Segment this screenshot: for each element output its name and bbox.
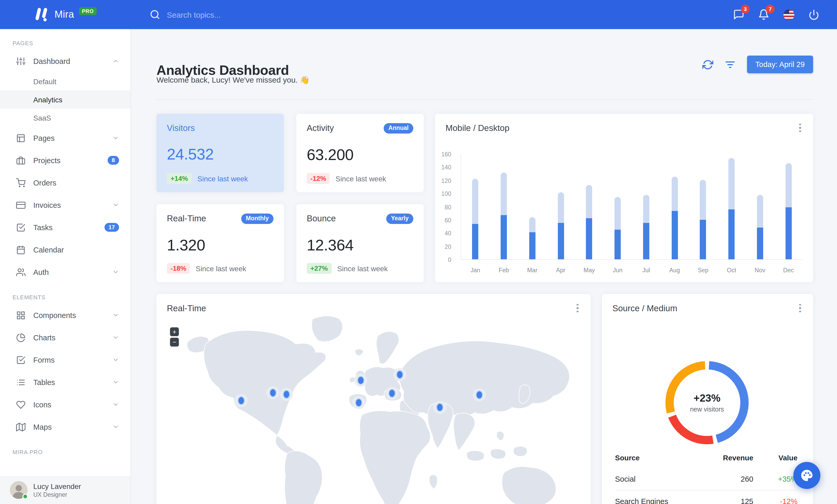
y-tick-label: 160	[441, 151, 451, 157]
stat-value: 24.532	[167, 146, 273, 163]
map-marker-madrid[interactable]	[352, 396, 365, 409]
desktop-segment	[615, 197, 621, 230]
map-marker-moscow[interactable]	[393, 368, 406, 381]
brand[interactable]: Mira PRO	[0, 8, 131, 21]
donut-slice-search-engines[interactable]	[672, 416, 713, 440]
sidebar-item-forms[interactable]: Forms	[0, 349, 130, 371]
notifications-count-badge: 7	[766, 5, 774, 14]
sidebar-item-icons[interactable]: Icons	[0, 393, 130, 416]
sidebar-nav: PAGESDashboardDefaultAnalyticsSaaSPagesP…	[0, 29, 130, 459]
filter-button[interactable]	[725, 59, 736, 70]
sidebar-item-tables[interactable]: Tables	[0, 371, 130, 393]
bar-jan[interactable]: Jan	[461, 154, 490, 259]
bar-aug[interactable]: Aug	[660, 154, 689, 259]
y-tick-label: 140	[441, 165, 451, 171]
x-tick-label: Feb	[499, 267, 509, 273]
map-marker-istanbul[interactable]	[386, 387, 398, 400]
sidebar-item-orders[interactable]: Orders	[0, 171, 130, 194]
messages-button[interactable]: 3	[732, 8, 745, 21]
theme-settings-button[interactable]	[793, 462, 820, 489]
card-menu-button[interactable]	[796, 122, 805, 133]
bar-feb[interactable]: Feb	[490, 154, 518, 259]
cell-source: Social	[615, 475, 704, 483]
bar-sep[interactable]: Sep	[689, 154, 717, 259]
cell-value: +35%	[753, 475, 798, 483]
sidebar-item-label: Forms	[33, 356, 112, 364]
sidebar-item-label: Pages	[33, 134, 112, 142]
desktop-segment	[672, 177, 678, 211]
sidebar-user-footer[interactable]: Lucy Lavender UX Designer	[0, 476, 130, 504]
chevron-down-icon	[112, 312, 119, 318]
bar-jul[interactable]: Jul	[632, 154, 660, 259]
notifications-button[interactable]: 7	[758, 8, 770, 21]
map-zoom-out-button[interactable]: −	[170, 338, 179, 347]
bar-oct[interactable]: Oct	[717, 154, 746, 259]
desktop-segment	[700, 180, 706, 220]
stat-value: 1.320	[167, 236, 273, 254]
sidebar-item-maps[interactable]: Maps	[0, 416, 130, 438]
sidebar-item-charts[interactable]: Charts	[0, 326, 130, 349]
map-marker-beijing[interactable]	[473, 388, 486, 402]
sidebar: PAGESDashboardDefaultAnalyticsSaaSPagesP…	[0, 29, 131, 504]
col-header-source: Source	[615, 453, 704, 462]
language-button[interactable]	[782, 8, 795, 21]
bar-may[interactable]: May	[575, 154, 604, 259]
map-marker-chicago[interactable]	[266, 386, 280, 399]
mobile-segment	[586, 219, 592, 259]
card-menu-button[interactable]	[573, 302, 582, 314]
sidebar-subitem-default[interactable]: Default	[0, 72, 130, 90]
desktop-segment	[643, 194, 649, 223]
stat-period-badge[interactable]: Monthly	[241, 213, 273, 224]
filter-icon	[725, 59, 736, 70]
table-row-social: Social260+35%	[615, 468, 798, 490]
col-header-revenue: Revenue	[704, 453, 753, 462]
briefcase-icon	[16, 156, 25, 165]
bar-dec[interactable]: Dec	[774, 154, 803, 259]
stat-title: Bounce	[307, 213, 336, 223]
bar-mar[interactable]: Mar	[518, 154, 547, 259]
sidebar-item-pages[interactable]: Pages	[0, 127, 130, 149]
stat-period-badge[interactable]: Annual	[384, 123, 413, 133]
sidebar-item-tasks[interactable]: Tasks17	[0, 216, 130, 239]
navbar-actions: 3 7	[732, 8, 837, 21]
map-marker-delhi[interactable]	[433, 401, 446, 414]
sidebar-item-dashboard[interactable]: Dashboard	[0, 50, 130, 72]
desktop-segment	[472, 179, 479, 224]
map-marker-london[interactable]	[354, 374, 367, 387]
sidebar-item-calendar[interactable]: Calendar	[0, 239, 130, 261]
bar-apr[interactable]: Apr	[547, 154, 575, 259]
bar-nov[interactable]: Nov	[746, 154, 774, 259]
refresh-icon	[702, 59, 714, 70]
source-medium-card: Source / Medium +23% new visitors Source…	[602, 294, 813, 504]
map-icon	[16, 422, 25, 431]
map-marker-san-francisco[interactable]	[235, 394, 248, 407]
sidebar-item-components[interactable]: Components	[0, 304, 130, 326]
online-status-dot	[22, 493, 28, 499]
logout-button[interactable]	[807, 8, 820, 21]
refresh-button[interactable]	[702, 59, 714, 70]
stacked-bar	[643, 194, 649, 259]
date-range-button[interactable]: Today: April 29	[747, 56, 813, 73]
stat-caption: Since last week	[196, 264, 246, 273]
search-input[interactable]	[166, 10, 291, 19]
stacked-bar	[529, 217, 535, 259]
sidebar-item-auth[interactable]: Auth	[0, 261, 130, 283]
sidebar-subitem-saas[interactable]: SaaS	[0, 109, 130, 127]
mobile-segment	[557, 223, 564, 259]
check-square-icon	[16, 223, 25, 232]
y-tick-label: 80	[445, 204, 451, 210]
bar-jun[interactable]: Jun	[604, 154, 632, 259]
stat-value: 63.200	[307, 146, 413, 163]
user-role: UX Designer	[33, 492, 81, 498]
stat-period-badge[interactable]: Yearly	[386, 213, 413, 224]
app-window: Mira PRO 3 7	[0, 0, 837, 504]
map-zoom-in-button[interactable]: +	[170, 327, 179, 336]
sidebar-subitem-analytics[interactable]: Analytics	[0, 90, 130, 109]
brand-name: Mira	[55, 9, 74, 20]
desktop-segment	[557, 192, 564, 223]
sidebar-item-projects[interactable]: Projects8	[0, 149, 130, 171]
sidebar-item-invoices[interactable]: Invoices	[0, 194, 130, 216]
map-marker-new-york[interactable]	[280, 388, 293, 401]
chevron-down-icon	[112, 202, 119, 208]
pie-chart-icon	[16, 333, 25, 342]
